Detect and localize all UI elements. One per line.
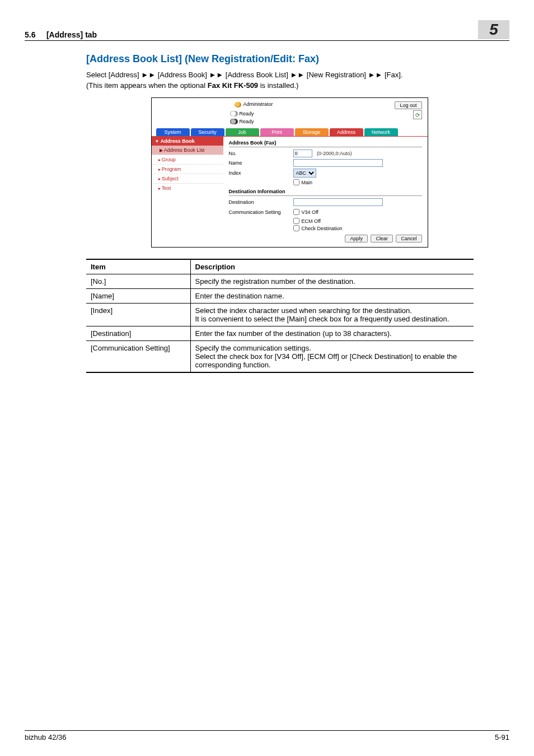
tab-storage[interactable]: Storage <box>295 128 329 136</box>
cell-item: [Communication Setting] <box>86 341 190 373</box>
note-line: (This item appears when the optional Fax… <box>86 81 493 90</box>
tab-system[interactable]: System <box>156 128 190 136</box>
tab-bar: System Security Job Print Storage Addres… <box>152 128 428 136</box>
checkdest-checkbox[interactable] <box>293 225 299 231</box>
sidebar-item-group[interactable]: Group <box>152 155 223 164</box>
header-section-num: 5.6 <box>25 30 35 39</box>
destination-label: Destination <box>229 199 293 205</box>
main-label: Main <box>302 180 313 185</box>
arrow-icon: ►► <box>290 71 305 79</box>
cell-desc: Enter the fax number of the destination … <box>190 326 474 341</box>
cancel-button[interactable]: Cancel <box>396 235 421 242</box>
name-input[interactable] <box>293 159 383 167</box>
status-row: Ready <box>230 110 422 117</box>
form-title: Address Book (Fax) <box>229 140 422 147</box>
no-label: No. <box>229 151 293 156</box>
cell-desc: Select the index character used when sea… <box>190 304 474 326</box>
no-input[interactable] <box>293 150 312 157</box>
printer-status-icon <box>230 111 238 116</box>
tab-network[interactable]: Network <box>364 128 398 136</box>
page-footer: bizhub 42/36 5-91 <box>25 730 509 741</box>
col-item: Item <box>86 259 190 274</box>
cell-item: [Index] <box>86 304 190 326</box>
sidebar-item-program[interactable]: Program <box>152 164 223 174</box>
destination-input[interactable] <box>293 198 383 206</box>
footer-right: 5-91 <box>495 733 509 741</box>
refresh-button[interactable]: ⟳ <box>413 110 422 119</box>
clear-button[interactable]: Clear <box>371 235 393 242</box>
page-header: 5.6 [Address] tab 5 <box>25 20 509 41</box>
path-part: [Fax]. <box>385 71 403 79</box>
cell-desc: Enter the destination name. <box>190 289 474 304</box>
note-suffix: is installed.) <box>258 81 298 90</box>
v34-checkbox[interactable] <box>293 209 299 215</box>
footer-left: bizhub 42/36 <box>25 733 66 741</box>
scanner-status-icon <box>230 119 238 124</box>
tab-security[interactable]: Security <box>191 128 224 136</box>
table-row: [Communication Setting] Specify the comm… <box>86 341 474 373</box>
table-row: [Destination] Enter the fax number of th… <box>86 326 474 341</box>
chapter-badge: 5 <box>478 20 509 39</box>
path-prefix: Select [Address] <box>86 71 141 79</box>
table-row: [No.] Specify the registration number of… <box>86 274 474 289</box>
v34-label: V34 Off <box>302 209 318 215</box>
path-part: [Address Book] <box>158 71 207 79</box>
logout-button[interactable]: Log out <box>395 101 421 109</box>
path-part: [New Registration] <box>307 71 366 79</box>
cell-desc: Specify the communication settings.Selec… <box>190 341 474 373</box>
nav-path: Select [Address] ►► [Address Book] ►► [A… <box>86 71 493 79</box>
sidebar-head[interactable]: Address Book <box>152 137 223 146</box>
checkdest-label: Check Destination <box>302 226 343 231</box>
sidebar: Address Book Address Book List Group Pro… <box>152 137 223 247</box>
sidebar-item-subject[interactable]: Subject <box>152 174 223 183</box>
header-left: 5.6 [Address] tab <box>25 30 97 39</box>
status-row: Ready <box>230 118 422 125</box>
arrow-icon: ►► <box>368 71 383 79</box>
admin-text: Administrator <box>243 101 273 107</box>
description-table: Item Description [No.] Specify the regis… <box>86 259 474 373</box>
sidebar-item-text[interactable]: Text <box>152 183 223 193</box>
cell-item: [Name] <box>86 289 190 304</box>
form-area: Address Book (Fax) No. (0-2000,0:Auto) N… <box>223 137 428 247</box>
ecm-checkbox[interactable] <box>293 218 299 224</box>
tab-address[interactable]: Address <box>330 128 363 136</box>
header-section-title: [Address] tab <box>46 30 97 39</box>
col-description: Description <box>190 259 474 274</box>
status-text: Ready <box>240 111 254 116</box>
table-row: [Index] Select the index character used … <box>86 304 474 326</box>
table-row: [Name] Enter the destination name. <box>86 289 474 304</box>
note-bold: Fax Kit FK-509 <box>208 81 258 90</box>
cell-item: [Destination] <box>86 326 190 341</box>
dest-heading: Destination Information <box>229 189 422 196</box>
tab-print[interactable]: Print <box>260 128 294 136</box>
main-checkbox[interactable] <box>293 179 299 185</box>
note-prefix: (This item appears when the optional <box>86 81 208 90</box>
cell-desc: Specify the registration number of the d… <box>190 274 474 289</box>
path-part: [Address Book List] <box>226 71 288 79</box>
content-section: [Address Book List] (New Registration/Ed… <box>86 53 493 373</box>
tab-job[interactable]: Job <box>226 128 259 136</box>
sidebar-item-address-book-list[interactable]: Address Book List <box>152 146 223 155</box>
admin-icon <box>235 102 241 108</box>
section-heading: [Address Book List] (New Registration/Ed… <box>86 53 493 65</box>
cell-item: [No.] <box>86 274 190 289</box>
ecm-label: ECM Off <box>302 218 321 224</box>
index-select[interactable]: ABC <box>293 169 316 178</box>
admin-label: Administrator <box>235 101 273 108</box>
comm-label: Communication Setting <box>229 209 293 215</box>
apply-button[interactable]: Apply <box>345 235 368 242</box>
arrow-icon: ►► <box>141 71 156 79</box>
status-text: Ready <box>240 119 254 124</box>
name-label: Name <box>229 160 293 166</box>
arrow-icon: ►► <box>209 71 223 79</box>
index-label: Index <box>229 170 293 176</box>
no-hint: (0-2000,0:Auto) <box>317 151 352 156</box>
embedded-screenshot: Administrator Log out ⟳ Ready Ready Syst… <box>151 97 428 248</box>
